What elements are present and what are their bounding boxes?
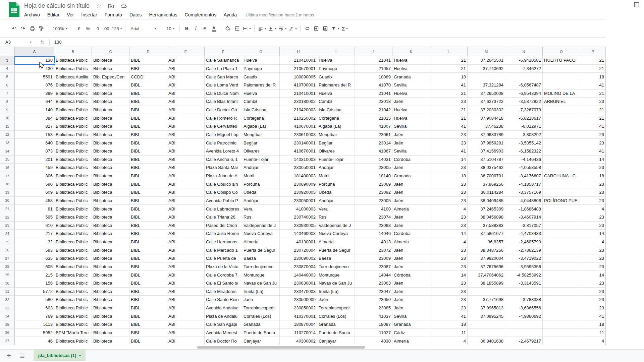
cell[interactable]: ABI <box>167 114 205 122</box>
cell[interactable]: -1,8686488 <box>505 205 543 213</box>
cell[interactable] <box>543 222 580 230</box>
cell[interactable]: Paymogo <box>317 65 355 73</box>
cell[interactable]: ABI <box>167 131 205 139</box>
cell[interactable]: BIBL <box>129 89 167 98</box>
cell[interactable]: -4,0558558 <box>505 164 543 172</box>
cell[interactable]: ABI <box>167 329 205 337</box>
row-header-30[interactable]: 30 <box>0 279 15 288</box>
cell[interactable]: 21 <box>430 65 468 73</box>
cell[interactable]: Huelva <box>392 114 430 122</box>
cell[interactable]: Calle San Agapi <box>205 320 242 329</box>
horizontal-scrollbar-thumb[interactable] <box>197 346 365 349</box>
row-header-16[interactable]: 16 <box>0 164 15 172</box>
cell[interactable]: Avenida Pablo P <box>205 197 242 205</box>
cell[interactable]: Biblioteca <box>92 337 129 345</box>
cell[interactable]: Biblioteca Públic <box>54 337 92 345</box>
cell[interactable]: Biblioteca <box>92 263 129 271</box>
cell[interactable] <box>543 131 580 139</box>
cell[interactable]: BIBL <box>129 288 167 296</box>
cell[interactable]: 140310003 <box>280 156 317 164</box>
column-header-M[interactable]: M <box>468 47 505 56</box>
cell[interactable]: Úbeda <box>317 188 355 197</box>
cell[interactable]: Plaza de Andalu <box>205 312 242 320</box>
cell[interactable]: Calle Salamanca <box>205 56 242 65</box>
cell[interactable]: Biblioteca Públic <box>54 81 92 89</box>
cell[interactable] <box>543 254 580 263</box>
cell[interactable]: BIBL <box>129 180 167 188</box>
cell[interactable]: Calle Labradores <box>205 205 242 213</box>
column-header-G[interactable]: G <box>242 47 280 56</box>
cell[interactable]: BIBL <box>129 222 167 230</box>
row-header-21[interactable]: 21 <box>0 205 15 213</box>
cell[interactable]: Cambil <box>242 98 280 106</box>
cell[interactable]: 23085 <box>355 304 392 312</box>
cell[interactable]: 11 <box>580 329 606 337</box>
cell[interactable]: Andújar <box>242 164 280 172</box>
cell[interactable]: Huelva <box>392 65 430 73</box>
cell[interactable]: BIBL <box>129 65 167 73</box>
cell[interactable]: 410670001 <box>280 147 317 156</box>
cell[interactable]: BIBL <box>129 263 167 271</box>
cell[interactable]: 23 <box>430 288 468 296</box>
cell[interactable]: Jaén <box>392 263 430 271</box>
cell[interactable]: 23 <box>580 197 606 205</box>
cell[interactable]: 23 <box>580 279 606 288</box>
cell[interactable]: 610 <box>15 222 54 230</box>
cell[interactable]: 230740002 <box>280 213 317 222</box>
cell[interactable]: -6,9543394 <box>505 89 543 98</box>
cell[interactable]: 230470003 <box>280 288 317 296</box>
cell[interactable]: Biblioteca Auxilia <box>54 73 92 81</box>
cell[interactable]: 41067 <box>355 147 392 156</box>
row-header-26[interactable]: 26 <box>0 246 15 254</box>
row-header-34[interactable]: 34 <box>0 312 15 320</box>
cell[interactable]: Rus <box>317 213 355 222</box>
cell[interactable]: Calle Dulce Nom <box>205 89 242 98</box>
cell[interactable]: Biblioteca <box>92 139 129 147</box>
cell[interactable]: 18 <box>580 73 606 81</box>
cell[interactable]: Calle Julio Rome <box>205 230 242 238</box>
cell[interactable]: Huelva <box>317 56 355 65</box>
column-header-N[interactable]: N <box>505 47 543 56</box>
cell[interactable] <box>543 81 580 89</box>
cell[interactable]: BPM "María Tere <box>54 329 92 337</box>
cell[interactable] <box>543 73 580 81</box>
cell[interactable]: BIBL <box>129 230 167 238</box>
cell[interactable]: 37,5104787 <box>468 156 505 164</box>
cell[interactable] <box>505 288 543 296</box>
cell[interactable]: Calle San Marco <box>205 73 242 81</box>
cell[interactable]: BIBL <box>129 139 167 147</box>
cell[interactable]: 5772 <box>15 288 54 296</box>
row-header-24[interactable]: 24 <box>0 230 15 238</box>
name-box[interactable]: A3 ▾ <box>0 38 35 47</box>
cell[interactable]: Calle Obulco s/n <box>205 180 242 188</box>
cell[interactable]: Biblioteca <box>92 312 129 320</box>
cell[interactable]: 37,771698 <box>468 296 505 304</box>
cell[interactable]: Biblioteca <box>92 320 129 329</box>
cell[interactable]: ABI <box>167 213 205 222</box>
cell[interactable]: 23 <box>430 222 468 230</box>
cell[interactable]: -3,4719022 <box>505 254 543 263</box>
cell[interactable]: Jaén <box>392 296 430 304</box>
cell[interactable]: 23018 <box>355 98 392 106</box>
cell[interactable]: Biblioteca <box>92 131 129 139</box>
cell[interactable]: Biblioteca Públic <box>54 147 92 156</box>
cell[interactable]: 605 <box>15 263 54 271</box>
cell[interactable]: 46 <box>15 337 54 345</box>
cell[interactable]: ABI <box>167 180 205 188</box>
cell[interactable]: Huelva <box>392 56 430 65</box>
cell[interactable]: Jaén <box>392 188 430 197</box>
cell[interactable]: Calle Miradores <box>205 288 242 296</box>
cell[interactable]: Torredonjimeno <box>242 263 280 271</box>
cell[interactable] <box>543 337 580 345</box>
cell[interactable]: 230050001 <box>280 197 317 205</box>
cell[interactable]: -7,346272 <box>505 65 543 73</box>
cell[interactable]: 230930005 <box>280 222 317 230</box>
row-header-5[interactable]: 5 <box>0 73 15 81</box>
cell[interactable]: 23 <box>580 98 606 106</box>
cell[interactable]: BIBL <box>129 188 167 197</box>
cell[interactable]: 21 <box>580 114 606 122</box>
cell[interactable]: Biblioteca <box>92 304 129 312</box>
cell[interactable] <box>543 312 580 320</box>
cell[interactable]: Biblioteca <box>92 288 129 296</box>
cell[interactable]: 230630001 <box>280 279 317 288</box>
